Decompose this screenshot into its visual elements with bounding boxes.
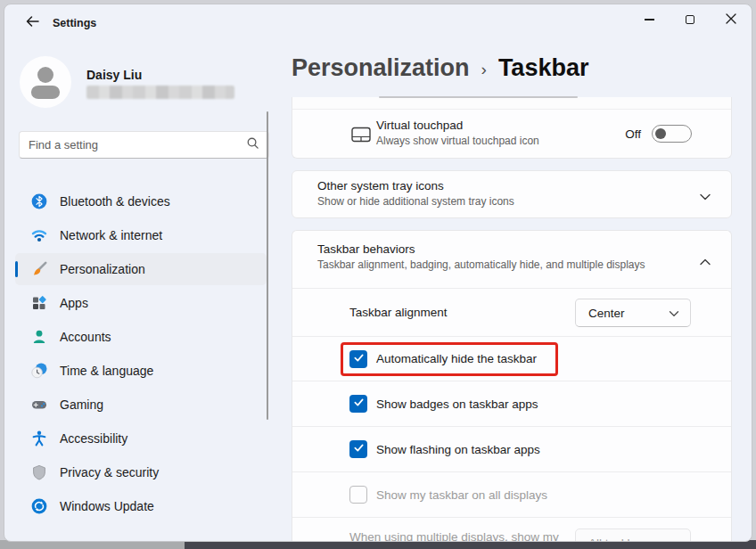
sidebar: Daisy Liu Bluetooth & devices Network & … bbox=[4, 42, 290, 541]
sidebar-item-label: Personalization bbox=[60, 262, 145, 276]
partial-scrolled-row bbox=[292, 97, 732, 109]
other-tray-subtitle: Show or hide additional system tray icon… bbox=[317, 195, 514, 208]
sidebar-item-personalization[interactable]: Personalization bbox=[15, 253, 267, 285]
sidebar-item-accessibility[interactable]: Accessibility bbox=[15, 422, 267, 455]
show-badges-row: Show badges on taskbar apps bbox=[292, 381, 731, 426]
bluetooth-icon bbox=[31, 193, 47, 209]
virtual-touchpad-subtitle: Always show virtual touchpad icon bbox=[376, 135, 539, 147]
chevron-down-icon bbox=[669, 305, 679, 321]
settings-window: Settings Daisy Liu bbox=[4, 4, 752, 542]
multiple-displays-row: When using multiple displays, show my ta… bbox=[292, 517, 731, 542]
show-flashing-checkbox[interactable] bbox=[349, 440, 367, 458]
behaviors-subtitle: Taskbar alignment, badging, automaticall… bbox=[317, 258, 645, 271]
chevron-down-icon bbox=[669, 535, 679, 542]
taskbar-alignment-dropdown[interactable]: Center bbox=[575, 299, 691, 327]
gaming-icon bbox=[31, 397, 47, 413]
search-input[interactable] bbox=[29, 138, 246, 152]
sidebar-item-label: Time & language bbox=[60, 364, 153, 378]
check-icon bbox=[353, 351, 365, 367]
network-icon bbox=[31, 227, 47, 243]
avatar-head bbox=[37, 67, 53, 83]
behaviors-title: Taskbar behaviors bbox=[317, 242, 645, 256]
virtual-touchpad-row: Virtual touchpad Always show virtual tou… bbox=[292, 109, 732, 159]
other-system-tray-icons-expander[interactable]: Other system tray icons Show or hide add… bbox=[292, 170, 732, 218]
chevron-down-icon[interactable] bbox=[699, 189, 711, 205]
arrow-left-icon bbox=[25, 14, 40, 32]
check-icon bbox=[353, 396, 365, 412]
profile-email-redacted bbox=[86, 86, 234, 99]
toggle-knob bbox=[655, 128, 666, 139]
sidebar-item-apps[interactable]: Apps bbox=[15, 287, 267, 319]
settings-content: Virtual touchpad Always show virtual tou… bbox=[292, 4, 732, 542]
sidebar-item-privacy-security[interactable]: Privacy & security bbox=[15, 456, 267, 488]
sidebar-item-label: Bluetooth & devices bbox=[60, 194, 170, 209]
all-displays-row: Show my taskbar on all displays bbox=[292, 471, 731, 517]
other-tray-title: Other system tray icons bbox=[317, 179, 514, 193]
sidebar-item-accounts[interactable]: Accounts bbox=[15, 321, 267, 353]
sidebar-item-label: Network & internet bbox=[60, 228, 162, 242]
multiple-displays-dropdown[interactable]: All taskbars bbox=[575, 529, 691, 542]
sidebar-item-gaming[interactable]: Gaming bbox=[15, 389, 267, 421]
search-box[interactable] bbox=[19, 131, 269, 159]
show-flashing-label: Show flashing on taskbar apps bbox=[376, 443, 540, 456]
multiple-displays-label: When using multiple displays, show my ta… bbox=[349, 529, 574, 542]
sidebar-item-label: Privacy & security bbox=[60, 465, 159, 479]
taskbar-behaviors-expander[interactable]: Taskbar behaviors Taskbar alignment, bad… bbox=[292, 231, 731, 288]
auto-hide-taskbar-row: Automatically hide the taskbar bbox=[292, 336, 731, 381]
auto-hide-label: Automatically hide the taskbar bbox=[376, 352, 537, 365]
taskbar-alignment-row: Taskbar alignment Center bbox=[292, 288, 731, 336]
all-displays-label: Show my taskbar on all displays bbox=[376, 488, 547, 502]
show-badges-checkbox[interactable] bbox=[349, 395, 367, 413]
auto-hide-checkbox[interactable] bbox=[349, 350, 367, 368]
accessibility-icon bbox=[31, 430, 47, 447]
avatar-body bbox=[31, 86, 60, 99]
search-icon bbox=[246, 136, 259, 153]
dropdown-value: Center bbox=[588, 307, 669, 320]
sidebar-item-label: Accessibility bbox=[60, 431, 127, 446]
avatar[interactable] bbox=[20, 56, 71, 108]
chevron-up-icon[interactable] bbox=[699, 254, 711, 270]
touchpad-icon bbox=[351, 127, 371, 146]
taskbar-behaviors-card: Taskbar behaviors Taskbar alignment, bad… bbox=[292, 230, 732, 542]
sidebar-item-bluetooth-devices[interactable]: Bluetooth & devices bbox=[15, 185, 267, 217]
back-button[interactable] bbox=[17, 12, 47, 35]
windows-update-icon bbox=[31, 498, 47, 514]
all-displays-checkbox[interactable] bbox=[349, 486, 367, 504]
privacy-security-icon bbox=[31, 464, 47, 480]
virtual-touchpad-toggle[interactable] bbox=[652, 125, 692, 143]
sidebar-item-time-language[interactable]: Time & language bbox=[15, 355, 267, 387]
window-title: Settings bbox=[53, 17, 96, 29]
taskbar-alignment-label: Taskbar alignment bbox=[349, 306, 448, 319]
check-icon bbox=[353, 441, 365, 457]
show-badges-label: Show badges on taskbar apps bbox=[376, 397, 538, 411]
profile-name: Daisy Liu bbox=[86, 68, 142, 82]
sidebar-item-network-internet[interactable]: Network & internet bbox=[15, 219, 267, 251]
scrolled-row-edge bbox=[379, 96, 578, 98]
sidebar-item-windows-update[interactable]: Windows Update bbox=[15, 490, 267, 522]
accounts-icon bbox=[31, 329, 47, 345]
sidebar-item-label: Accounts bbox=[60, 330, 111, 344]
show-flashing-row: Show flashing on taskbar apps bbox=[292, 426, 731, 471]
personalization-icon bbox=[31, 261, 47, 277]
sidebar-item-label: Gaming bbox=[60, 397, 103, 412]
virtual-touchpad-title: Virtual touchpad bbox=[376, 119, 539, 132]
dropdown-value: All taskbars bbox=[588, 537, 669, 543]
sidebar-item-label: Apps bbox=[60, 296, 88, 310]
sidebar-nav: Bluetooth & devices Network & internet P… bbox=[4, 184, 290, 524]
time-language-icon bbox=[31, 363, 47, 379]
toggle-state-label: Off bbox=[625, 127, 641, 141]
sidebar-scrollbar[interactable] bbox=[267, 111, 268, 420]
sidebar-item-label: Windows Update bbox=[60, 499, 154, 513]
apps-icon bbox=[31, 295, 47, 311]
